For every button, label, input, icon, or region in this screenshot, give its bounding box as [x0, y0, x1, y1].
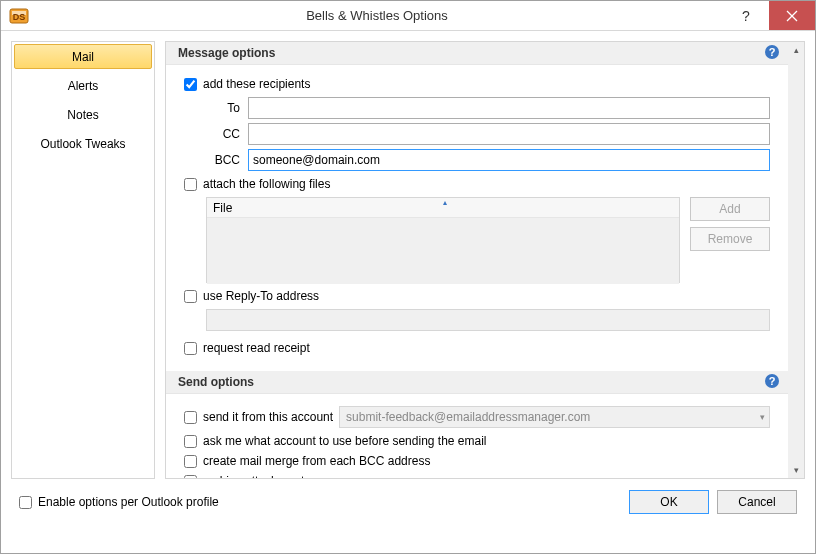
read-receipt-label: request read receipt — [203, 341, 310, 355]
read-receipt-checkbox[interactable] — [184, 342, 197, 355]
help-button[interactable]: ? — [723, 1, 769, 30]
sort-arrow-icon: ▴ — [443, 198, 447, 207]
add-recipients-checkbox[interactable] — [184, 78, 197, 91]
titlebar-buttons: ? — [723, 1, 815, 30]
attach-files-checkbox[interactable] — [184, 178, 197, 191]
archive-label: archive attachments — [203, 474, 310, 479]
sidebar-item-notes[interactable]: Notes — [14, 102, 152, 127]
scroll-up-icon[interactable]: ▴ — [788, 42, 804, 58]
add-recipients-label: add these recipients — [203, 77, 310, 91]
read-receipt-row: request read receipt — [184, 341, 770, 355]
app-icon: DS — [7, 4, 31, 28]
svg-text:?: ? — [769, 375, 776, 387]
ask-account-checkbox[interactable] — [184, 435, 197, 448]
cc-input[interactable] — [248, 123, 770, 145]
ask-account-row: ask me what account to use before sendin… — [184, 434, 770, 448]
enable-profile-checkbox[interactable] — [19, 496, 32, 509]
mail-merge-row: create mail merge from each BCC address — [184, 454, 770, 468]
remove-file-button[interactable]: Remove — [690, 227, 770, 251]
file-column-header: File — [213, 201, 232, 215]
sidebar-item-outlook-tweaks[interactable]: Outlook Tweaks — [14, 131, 152, 156]
reply-to-label: use Reply-To address — [203, 289, 319, 303]
chevron-down-icon: ▾ — [760, 412, 765, 422]
window-title: Bells & Whistles Options — [31, 8, 723, 23]
send-from-row: send it from this account submit-feedbac… — [184, 406, 770, 428]
cancel-button[interactable]: Cancel — [717, 490, 797, 514]
content-scroll: Message options ? add these recipients T… — [166, 42, 788, 478]
help-icon[interactable]: ? — [764, 373, 780, 392]
add-recipients-row: add these recipients — [184, 77, 770, 91]
reply-to-input — [206, 309, 770, 331]
send-from-checkbox[interactable] — [184, 411, 197, 424]
reply-to-row: use Reply-To address — [184, 289, 770, 303]
add-file-button[interactable]: Add — [690, 197, 770, 221]
help-icon[interactable]: ? — [764, 44, 780, 63]
archive-row: archive attachments — [184, 474, 770, 479]
titlebar: DS Bells & Whistles Options ? — [1, 1, 815, 31]
archive-checkbox[interactable] — [184, 475, 197, 480]
send-from-label: send it from this account — [203, 410, 333, 424]
main-area: Mail Alerts Notes Outlook Tweaks Message… — [1, 31, 815, 479]
section-title: Message options — [178, 46, 275, 60]
mail-merge-label: create mail merge from each BCC address — [203, 454, 430, 468]
sidebar-item-label: Mail — [72, 50, 94, 64]
cc-label: CC — [206, 127, 240, 141]
section-title: Send options — [178, 375, 254, 389]
scroll-down-icon[interactable]: ▾ — [788, 462, 804, 478]
attach-files-label: attach the following files — [203, 177, 330, 191]
scrollbar[interactable]: ▴ ▾ — [788, 42, 804, 478]
sidebar: Mail Alerts Notes Outlook Tweaks — [11, 41, 155, 479]
sidebar-item-mail[interactable]: Mail — [14, 44, 152, 69]
sidebar-item-label: Notes — [67, 108, 98, 122]
message-options-header: Message options ? — [166, 42, 788, 65]
to-row: To — [206, 97, 770, 119]
ask-account-label: ask me what account to use before sendin… — [203, 434, 487, 448]
file-list[interactable]: File ▴ — [206, 197, 680, 283]
to-input[interactable] — [248, 97, 770, 119]
svg-text:DS: DS — [13, 12, 26, 22]
reply-to-checkbox[interactable] — [184, 290, 197, 303]
sidebar-item-alerts[interactable]: Alerts — [14, 73, 152, 98]
send-options-body: send it from this account submit-feedbac… — [166, 394, 788, 479]
enable-profile-row: Enable options per Outlook profile — [19, 495, 219, 509]
close-button[interactable] — [769, 1, 815, 30]
bcc-row: BCC — [206, 149, 770, 171]
cc-row: CC — [206, 123, 770, 145]
ok-button[interactable]: OK — [629, 490, 709, 514]
file-list-body — [207, 218, 679, 284]
dialog-buttons: OK Cancel — [629, 490, 797, 514]
bottom-bar: Enable options per Outlook profile OK Ca… — [1, 479, 815, 525]
send-options-header: Send options ? — [166, 371, 788, 394]
attach-files-row: attach the following files — [184, 177, 770, 191]
mail-merge-checkbox[interactable] — [184, 455, 197, 468]
file-buttons: Add Remove — [690, 197, 770, 283]
content-panel: Message options ? add these recipients T… — [165, 41, 805, 479]
reply-to-input-row — [184, 309, 770, 331]
message-options-body: add these recipients To CC BCC attach th… — [166, 65, 788, 371]
file-list-header[interactable]: File ▴ — [207, 198, 679, 218]
send-from-combo[interactable]: submit-feedback@emailaddressmanager.com … — [339, 406, 770, 428]
send-from-value: submit-feedback@emailaddressmanager.com — [346, 410, 590, 424]
close-icon — [786, 10, 798, 22]
svg-text:?: ? — [769, 46, 776, 58]
bcc-label: BCC — [206, 153, 240, 167]
bcc-input[interactable] — [248, 149, 770, 171]
file-area: File ▴ Add Remove — [206, 197, 770, 283]
to-label: To — [206, 101, 240, 115]
sidebar-item-label: Outlook Tweaks — [40, 137, 125, 151]
enable-profile-label: Enable options per Outlook profile — [38, 495, 219, 509]
sidebar-item-label: Alerts — [68, 79, 99, 93]
